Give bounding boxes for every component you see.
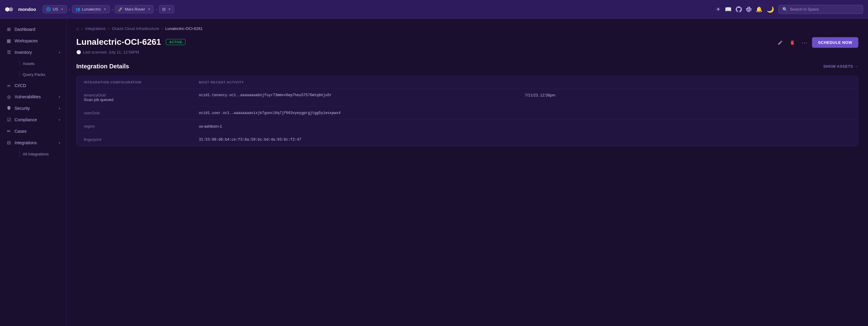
table-row: region us-ashburn-1 bbox=[76, 120, 858, 133]
assets-label: Assets bbox=[23, 61, 34, 66]
breadcrumb-sep-2: › bbox=[108, 26, 109, 31]
search-icon: 🔍 bbox=[782, 7, 787, 12]
breadcrumb-sep-1: › bbox=[82, 26, 83, 31]
org-icon: 👥 bbox=[75, 7, 80, 11]
search-bar[interactable]: 🔍 bbox=[778, 5, 863, 14]
sidebar-item-workspaces[interactable]: ▦ Workspaces bbox=[0, 35, 66, 46]
vulnerabilities-icon: ◎ bbox=[6, 94, 11, 99]
querypacks-label: Query Packs bbox=[23, 72, 45, 77]
book-icon-button[interactable]: 📖 bbox=[725, 6, 732, 13]
integration-table: INTEGRATION CONFIGURATION MOST RECENT AC… bbox=[76, 76, 858, 146]
sidebar-item-vulnerabilities[interactable]: ◎ Vulnerabilities ▾ bbox=[0, 91, 66, 102]
nav-us-pill[interactable]: 🌐 US ▼ bbox=[43, 5, 67, 13]
edit-button[interactable] bbox=[776, 38, 785, 47]
sidebar-inventory-label: Inventory bbox=[14, 50, 56, 55]
breadcrumb-integrations[interactable]: Integrations bbox=[85, 26, 105, 31]
table-row: userOcid ocid1.user.oc1..aaaaaaaavixjk7g… bbox=[76, 106, 858, 120]
nav-org-pill[interactable]: 👥 Lunalectric ▼ bbox=[72, 5, 110, 13]
sun-icon-button[interactable]: ☀ bbox=[716, 6, 721, 13]
breadcrumb-provider[interactable]: Oracle Cloud Infrastructure bbox=[112, 26, 159, 31]
org-chevron-icon: ▼ bbox=[103, 7, 106, 11]
nav-sep-1: › bbox=[69, 7, 70, 12]
logo[interactable]: mondoo bbox=[5, 6, 36, 13]
cases-icon: ✏ bbox=[6, 129, 11, 134]
sidebar-item-label: Dashboard bbox=[14, 27, 60, 32]
sidebar-item-integrations[interactable]: ⊟ Integrations ▾ bbox=[0, 137, 66, 149]
security-chevron-icon: ▾ bbox=[59, 107, 60, 110]
home-icon[interactable]: ⌂ bbox=[76, 26, 79, 31]
sidebar-item-all-integrations[interactable]: All Integrations bbox=[14, 149, 66, 159]
nav-space-pill[interactable]: 🚀 Mars Rover ▼ bbox=[115, 5, 154, 13]
page-title: Lunalectric-OCI-6261 bbox=[76, 37, 161, 47]
table-row: tenancyOcid ocid1.tenancy.oc1..aaaaaaaab… bbox=[76, 89, 858, 106]
sidebar-item-querypacks[interactable]: Query Packs bbox=[14, 69, 66, 80]
sidebar-item-cicd[interactable]: ∞ CI/CD bbox=[0, 80, 66, 91]
sidebar-item-assets[interactable]: Assets bbox=[14, 58, 66, 69]
nav-extra-pill[interactable]: ⊟ ▼ bbox=[159, 5, 174, 13]
status-badge: ACTIVE bbox=[166, 39, 186, 45]
sidebar-item-cases[interactable]: ✏ Cases bbox=[0, 126, 66, 137]
breadcrumb-current: Lunalectric-OCI-6261 bbox=[165, 26, 203, 31]
top-navigation: mondoo 🌐 US ▼ › 👥 Lunalectric ▼ › 🚀 Mars… bbox=[0, 0, 868, 19]
nav-sep-2: › bbox=[112, 7, 113, 12]
page-title-row: Lunalectric-OCI-6261 ACTIVE bbox=[76, 37, 186, 47]
inventory-icon: ☰ bbox=[6, 50, 11, 55]
cicd-icon: ∞ bbox=[6, 83, 11, 88]
sidebar-item-compliance[interactable]: ☑ Compliance ▾ bbox=[0, 114, 66, 126]
main-layout: ⊞ Dashboard ▦ Workspaces ☰ Inventory ▾ A… bbox=[0, 19, 868, 326]
page-header-actions: ⋯ SCHEDULE NOW bbox=[776, 37, 858, 48]
svg-point-0 bbox=[5, 7, 9, 11]
sidebar-security-label: Security bbox=[14, 106, 56, 111]
sidebar-integrations-children: All Integrations bbox=[0, 149, 66, 159]
sidebar-item-security[interactable]: Security ▾ bbox=[0, 102, 66, 114]
us-chevron-icon: ▼ bbox=[61, 7, 64, 11]
table-header: INTEGRATION CONFIGURATION MOST RECENT AC… bbox=[76, 76, 858, 89]
row3-value: us-ashburn-1 bbox=[199, 124, 525, 129]
theme-toggle[interactable]: 🌙 bbox=[767, 6, 774, 13]
col2-header: MOST RECENT ACTIVITY bbox=[199, 80, 525, 84]
row4-key: fingerprint bbox=[84, 137, 199, 142]
nav-sep-3: › bbox=[156, 7, 157, 12]
brand-name: mondoo bbox=[18, 7, 36, 12]
section-title: Integration Details bbox=[76, 63, 129, 70]
row4-value: 31:53:08:d8:b4:ce:f3:8a:59:bc:bd:4a:93:6… bbox=[199, 138, 525, 142]
sidebar: ⊞ Dashboard ▦ Workspaces ☰ Inventory ▾ A… bbox=[0, 19, 67, 326]
bell-icon-button[interactable]: 🔔 bbox=[756, 6, 763, 13]
breadcrumb-sep-3: › bbox=[162, 26, 163, 31]
integrations-icon: ⊟ bbox=[6, 140, 11, 145]
sidebar-item-label: Workspaces bbox=[14, 38, 60, 43]
row1-key: tenancyOcid bbox=[84, 93, 199, 97]
section-header: Integration Details SHOW ASSETS → bbox=[76, 63, 858, 70]
org-label: Lunalectric bbox=[82, 7, 101, 11]
svg-point-1 bbox=[9, 7, 13, 11]
inventory-chevron-icon: ▾ bbox=[59, 51, 60, 54]
sidebar-item-inventory[interactable]: ☰ Inventory ▾ bbox=[0, 46, 66, 58]
nav-breadcrumb: 🌐 US ▼ › 👥 Lunalectric ▼ › 🚀 Mars Rover … bbox=[43, 5, 713, 13]
col3-header bbox=[525, 80, 851, 84]
delete-button[interactable] bbox=[788, 38, 797, 47]
last-scanned: 🕐 Last scanned: July 11, 12:58PM bbox=[76, 50, 186, 55]
extra-chevron-icon: ▼ bbox=[168, 7, 171, 11]
search-input[interactable] bbox=[790, 7, 859, 11]
row1-activity-time: 7/11/23, 12:58pm bbox=[525, 93, 851, 97]
row1-activity-desc: Scan job queued bbox=[84, 97, 199, 102]
dashboard-icon: ⊞ bbox=[6, 27, 11, 32]
sidebar-item-dashboard[interactable]: ⊞ Dashboard bbox=[0, 24, 66, 35]
row2-value: ocid1.user.oc1..aaaaaaaavixjk7guncl6q7jf… bbox=[199, 111, 525, 115]
schedule-now-button[interactable]: SCHEDULE NOW bbox=[812, 37, 858, 48]
more-options-button[interactable]: ⋯ bbox=[800, 37, 809, 48]
compliance-chevron-icon: ▾ bbox=[59, 118, 60, 122]
security-icon bbox=[6, 105, 11, 111]
sidebar-inventory-children: Assets Query Packs bbox=[0, 58, 66, 80]
show-assets-link[interactable]: SHOW ASSETS → bbox=[823, 64, 858, 69]
globe-icon: 🌐 bbox=[46, 7, 51, 11]
table-row: fingerprint 31:53:08:d8:b4:ce:f3:8a:59:b… bbox=[76, 133, 858, 146]
slack-icon-button[interactable] bbox=[746, 7, 751, 12]
clock-icon: 🕐 bbox=[76, 50, 81, 55]
main-content: ⌂ › Integrations › Oracle Cloud Infrastr… bbox=[67, 19, 868, 326]
all-integrations-label: All Integrations bbox=[23, 152, 49, 156]
space-chevron-icon: ▼ bbox=[147, 7, 150, 11]
compliance-icon: ☑ bbox=[6, 117, 11, 123]
last-scanned-text: Last scanned: July 11, 12:58PM bbox=[83, 50, 139, 55]
github-icon-button[interactable] bbox=[736, 6, 742, 12]
